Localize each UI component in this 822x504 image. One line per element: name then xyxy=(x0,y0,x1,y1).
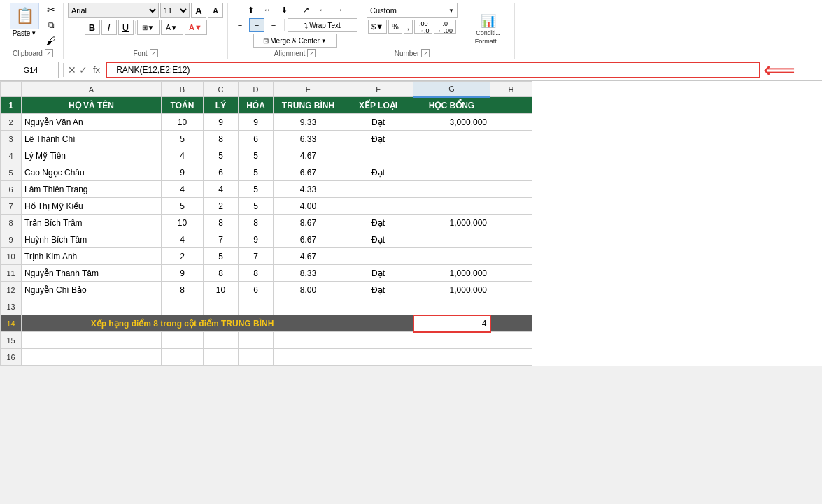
row-5-cell-6[interactable] xyxy=(413,164,490,181)
row-5-cell-5[interactable]: Đạt xyxy=(343,164,413,181)
row-12-cell-6[interactable]: 1,000,000 xyxy=(413,282,490,298)
row-2-cell-7[interactable] xyxy=(490,114,532,131)
row-16-b[interactable] xyxy=(162,349,204,366)
merge-center-button[interactable]: ⊡ Merge & Center ▼ xyxy=(253,34,337,48)
row-8-cell-0[interactable]: Trần Bích Trâm xyxy=(22,215,162,231)
row-3-cell-2[interactable]: 8 xyxy=(204,131,239,147)
paste-button[interactable]: 📋 Paste ▼ xyxy=(7,3,42,48)
border-button[interactable]: ⊞▼ xyxy=(137,20,160,35)
row-16-h[interactable] xyxy=(490,349,532,366)
row-6-cell-7[interactable] xyxy=(490,181,532,198)
row-9-cell-5[interactable]: Đạt xyxy=(343,231,413,248)
row-14-label[interactable]: Xếp hạng điểm 8 trong cột điểm TRUNG BÌN… xyxy=(22,315,343,332)
bold-button[interactable]: B xyxy=(85,20,100,35)
row-15-h[interactable] xyxy=(490,332,532,349)
copy-button[interactable]: ⧉ xyxy=(43,18,59,32)
row-4-cell-3[interactable]: 5 xyxy=(239,147,274,164)
row-7-cell-5[interactable] xyxy=(343,198,413,215)
row-16-e[interactable] xyxy=(274,349,343,366)
row-2-cell-1[interactable]: 10 xyxy=(162,114,204,131)
row-6-cell-3[interactable]: 5 xyxy=(239,181,274,198)
row-7-cell-7[interactable] xyxy=(490,198,532,215)
header-ly[interactable]: LÝ xyxy=(204,97,239,114)
row-8-cell-4[interactable]: 8.67 xyxy=(274,215,343,231)
row-7-cell-3[interactable]: 5 xyxy=(239,198,274,215)
number-dialog-launcher[interactable]: ↗ xyxy=(421,49,430,57)
align-top-button[interactable]: ⬆ xyxy=(243,3,258,17)
percent-button[interactable]: % xyxy=(388,20,402,34)
row-9-cell-6[interactable] xyxy=(413,231,490,248)
col-e-header[interactable]: E xyxy=(274,82,343,97)
col-b-header[interactable]: B xyxy=(162,82,204,97)
row-7-cell-6[interactable] xyxy=(413,198,490,215)
row-12-cell-0[interactable]: Nguyễn Chí Bảo xyxy=(22,282,162,298)
row-11-cell-4[interactable]: 8.33 xyxy=(274,265,343,282)
currency-button[interactable]: $▼ xyxy=(368,20,387,34)
row-12-cell-3[interactable]: 6 xyxy=(239,282,274,298)
col-a-header[interactable]: A xyxy=(22,82,162,97)
row-6-cell-5[interactable] xyxy=(343,181,413,198)
row-2-cell-5[interactable]: Đạt xyxy=(343,114,413,131)
row-3-cell-3[interactable]: 6 xyxy=(239,131,274,147)
row-8-cell-1[interactable]: 10 xyxy=(162,215,204,231)
row-2-cell-4[interactable]: 9.33 xyxy=(274,114,343,131)
row-9-cell-3[interactable]: 9 xyxy=(239,231,274,248)
row-3-cell-7[interactable] xyxy=(490,131,532,147)
header-hoa[interactable]: HÓA xyxy=(239,97,274,114)
row-5-cell-3[interactable]: 5 xyxy=(239,164,274,181)
alignment-dialog-launcher[interactable]: ↗ xyxy=(307,49,316,57)
header-hocbong[interactable]: HỌC BỔNG xyxy=(413,97,490,114)
row-4-cell-6[interactable] xyxy=(413,147,490,164)
row-3-cell-0[interactable]: Lê Thành Chí xyxy=(22,131,162,147)
row-7-cell-0[interactable]: Hồ Thị Mỹ Kiều xyxy=(22,198,162,215)
row-8-cell-2[interactable]: 8 xyxy=(204,215,239,231)
header-hoten[interactable]: HỌ VÀ TÊN xyxy=(22,97,162,114)
row-6-cell-4[interactable]: 4.33 xyxy=(274,181,343,198)
row-7-cell-2[interactable]: 2 xyxy=(204,198,239,215)
wrap-text-button[interactable]: ⤵ Wrap Text xyxy=(288,18,357,32)
row-15-f[interactable] xyxy=(343,332,413,349)
col-f-header[interactable]: F xyxy=(343,82,413,97)
row-11-cell-1[interactable]: 9 xyxy=(162,265,204,282)
fill-color-button[interactable]: A▼ xyxy=(161,20,183,35)
row-4-cell-4[interactable]: 4.67 xyxy=(274,147,343,164)
row-9-cell-1[interactable]: 4 xyxy=(162,231,204,248)
align-middle-button[interactable]: ↔ xyxy=(260,3,275,17)
row-12-cell-4[interactable]: 8.00 xyxy=(274,282,343,298)
row-16-d[interactable] xyxy=(239,349,274,366)
row-10-cell-6[interactable] xyxy=(413,248,490,265)
row-11-cell-6[interactable]: 1,000,000 xyxy=(413,265,490,282)
row-3-cell-5[interactable]: Đạt xyxy=(343,131,413,147)
align-center-button[interactable]: ≡ xyxy=(249,18,264,32)
row-8-cell-5[interactable]: Đạt xyxy=(343,215,413,231)
cancel-formula-button[interactable]: ✕ xyxy=(68,64,76,75)
fx-button[interactable]: fx xyxy=(90,64,103,75)
row-6-cell-0[interactable]: Lâm Thiên Trang xyxy=(22,181,162,198)
row-6-cell-1[interactable]: 4 xyxy=(162,181,204,198)
row-11-cell-3[interactable]: 8 xyxy=(239,265,274,282)
italic-button[interactable]: I xyxy=(101,20,117,35)
row-8-cell-6[interactable]: 1,000,000 xyxy=(413,215,490,231)
row-10-cell-2[interactable]: 5 xyxy=(204,248,239,265)
cut-button[interactable]: ✂ xyxy=(43,3,59,17)
row-4-cell-5[interactable] xyxy=(343,147,413,164)
row-11-cell-0[interactable]: Nguyễn Thanh Tâm xyxy=(22,265,162,282)
row-15-d[interactable] xyxy=(239,332,274,349)
row-8-cell-7[interactable] xyxy=(490,215,532,231)
row-7-cell-4[interactable]: 4.00 xyxy=(274,198,343,215)
row-4-cell-7[interactable] xyxy=(490,147,532,164)
row-13-h[interactable] xyxy=(490,298,532,315)
row-10-cell-1[interactable]: 2 xyxy=(162,248,204,265)
row-13-c[interactable] xyxy=(204,298,239,315)
row-15-b[interactable] xyxy=(162,332,204,349)
row-5-cell-0[interactable]: Cao Ngọc Châu xyxy=(22,164,162,181)
row-3-cell-1[interactable]: 5 xyxy=(162,131,204,147)
row-2-cell-6[interactable]: 3,000,000 xyxy=(413,114,490,131)
row-15-g[interactable] xyxy=(413,332,490,349)
row-13-b[interactable] xyxy=(162,298,204,315)
indent-decrease-button[interactable]: ← xyxy=(315,3,330,17)
row-4-cell-0[interactable]: Lý Mỹ Tiên xyxy=(22,147,162,164)
row-13-e[interactable] xyxy=(274,298,343,315)
row-11-cell-5[interactable]: Đạt xyxy=(343,265,413,282)
row-16-c[interactable] xyxy=(204,349,239,366)
